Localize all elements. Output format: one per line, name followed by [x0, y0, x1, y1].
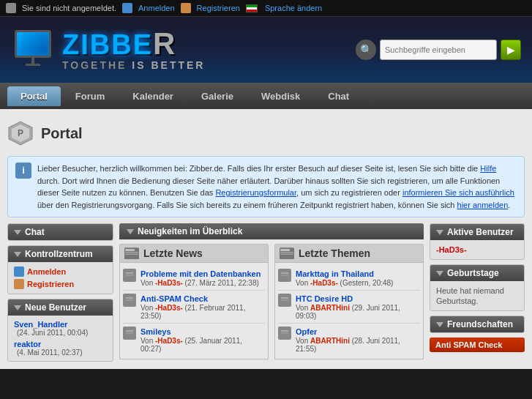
news-item-body-0: Probleme mit den Datenbanken Von -HaD3s-…: [141, 269, 265, 287]
not-logged-in-text: Sie sind nicht angemeldet.: [22, 4, 116, 12]
user-link-1[interactable]: reaktor: [14, 340, 107, 348]
registrieren-sidebar-link[interactable]: Registrieren: [27, 279, 74, 289]
nav-tab-portal[interactable]: Portal: [7, 86, 61, 106]
aktive-benutzer-triangle-icon: [436, 230, 443, 235]
news-item-1: Anti-SPAM Check Von -HaD3s- (21. Februar…: [123, 291, 265, 324]
logo-R-text: R: [153, 26, 176, 61]
aktive-benutzer-header: Aktive Benutzer: [430, 224, 524, 240]
anmelden-link[interactable]: hier anmelden: [457, 201, 509, 209]
nav-tab-kalender[interactable]: Kalender: [119, 86, 187, 106]
login-link[interactable]: Anmelden: [138, 4, 175, 12]
news-section-icon: [124, 247, 139, 259]
freundschaften-triangle-icon: [436, 322, 443, 327]
kontrollzentrum-header: Kontrollzentrum: [8, 246, 113, 262]
portal-icon: P: [7, 120, 34, 146]
anti-spam-panel: Anti SPAM Check: [430, 338, 525, 352]
news-item-meta-0: Von -HaD3s- (27. März 2011, 22:38): [141, 279, 265, 287]
themen-item-author-0[interactable]: -HaD3s-: [310, 279, 338, 287]
freundschaften-panel: Freundschaften: [430, 316, 525, 333]
hilfe-link[interactable]: Hilfe: [480, 164, 496, 173]
news-item-icon-2: [123, 327, 136, 340]
news-item-author-0[interactable]: -HaD3s-: [155, 279, 183, 287]
news-item-title-1: Anti-SPAM Check: [141, 294, 265, 304]
geburtstage-body: Heute hat niemand Geburtstag.: [430, 281, 524, 310]
themen-item-body-0: Markttag in Thailand Von -HaD3s- (Gester…: [296, 269, 420, 287]
monitor-stand: [31, 58, 34, 64]
news-item-link-2[interactable]: Smileys: [141, 327, 171, 336]
letzte-themen-title: Letzte Themen: [299, 247, 370, 259]
logo-area: ZIBBER TOGETHE IS BETTER: [11, 29, 205, 71]
themen-col: Letzte Themen Markttag in Thailand Von -…: [274, 244, 424, 359]
register-icon: [181, 3, 191, 13]
news-items-list: Probleme mit den Datenbanken Von -HaD3s-…: [119, 262, 269, 359]
themen-item-icon-2: [278, 327, 291, 340]
aktive-benutzer-label: Aktive Benutzer: [447, 227, 514, 237]
nav-tab-chat[interactable]: Chat: [315, 86, 362, 106]
news-themes: Letzte News Probleme mit den Datenbanken…: [119, 244, 424, 359]
news-item-body-2: Smileys Von -HaD3s- (25. Januar 2011, 00…: [141, 327, 265, 353]
neue-benutzer-triangle-icon: [14, 305, 21, 310]
anti-spam-label: Anti SPAM Check: [435, 340, 502, 349]
themen-item-icon-1: [278, 294, 291, 307]
reg-form-link[interactable]: Registrierungsformular: [215, 188, 296, 197]
news-item-link-0[interactable]: Probleme mit den Datenbanken: [141, 269, 261, 278]
themen-item-body-1: HTC Desire HD Von ABARTHini (29. Juni 20…: [296, 294, 420, 320]
flag-icon: [246, 4, 258, 12]
themen-item-link-1[interactable]: HTC Desire HD: [296, 294, 353, 303]
neue-benutzer-header: Neue Benutzer: [8, 299, 113, 316]
news-section-header: Letzte News: [119, 244, 269, 262]
themen-item-author-1[interactable]: ABARTHini: [310, 304, 350, 312]
news-item-author-2[interactable]: -HaD3s-: [155, 337, 183, 345]
logo-rest-text: IS BETTER: [127, 59, 205, 71]
monitor-icon: [11, 30, 55, 70]
nav-tab-galerie[interactable]: Galerie: [188, 86, 247, 106]
news-item-title-0: Probleme mit den Datenbanken: [141, 269, 265, 279]
info-box-text: Lieber Besucher, herzlich willkommen bei…: [37, 163, 517, 211]
active-user-link[interactable]: -HaD3s-: [436, 245, 467, 254]
svg-rect-6: [125, 253, 138, 254]
nav-tab-forum[interactable]: Forum: [62, 86, 118, 106]
login-icon: [122, 3, 132, 13]
overview-header-label: Neuigkeiten im Überblick: [138, 226, 242, 236]
themen-item-meta-2: Von ABARTHini (28. Juni 2011, 21:55): [296, 337, 420, 353]
geburtstage-panel: Geburtstage Heute hat niemand Geburtstag…: [430, 264, 525, 311]
inform-link[interactable]: informieren Sie sich ausführlich: [402, 188, 514, 197]
aktive-benutzer-body: -HaD3s-: [430, 240, 524, 259]
user-item-0: Sven_Handler (24. Juni 2011, 00:04): [14, 320, 107, 337]
themen-item-meta-1: Von ABARTHini (29. Juni 2011, 09:03): [296, 304, 420, 320]
geburtstage-triangle-icon: [436, 271, 443, 276]
themen-item-link-2[interactable]: Opfer: [296, 327, 317, 336]
chat-panel: Chat: [7, 223, 113, 241]
user-date-0: (24. Juni 2011, 00:04): [14, 329, 107, 337]
themen-item-1: HTC Desire HD Von ABARTHini (29. Juni 20…: [278, 291, 420, 324]
monitor-screen: [15, 30, 51, 58]
svg-rect-19: [280, 253, 293, 254]
search-button[interactable]: ▶: [501, 40, 521, 60]
birthday-text: Heute hat niemand Geburtstag.: [436, 286, 504, 305]
themen-item-link-0[interactable]: Markttag in Thailand: [296, 269, 374, 278]
news-item-link-1[interactable]: Anti-SPAM Check: [141, 294, 208, 303]
anmelden-sidebar-link[interactable]: Anmelden: [27, 266, 66, 277]
language-link[interactable]: Sprache ändern: [265, 4, 322, 12]
registrieren-icon: [14, 279, 24, 289]
logo-main-text: ZIBBE: [62, 29, 153, 60]
page-title-bar: P Portal: [7, 116, 525, 150]
nav-tab-webdisk[interactable]: Webdisk: [248, 86, 313, 106]
info-box-icon: i: [15, 163, 31, 179]
themen-item-icon-0: [278, 269, 291, 282]
themen-item-title-1: HTC Desire HD: [296, 294, 420, 304]
left-sidebar: Chat Kontrollzentrum Anmelden Registri: [7, 223, 113, 362]
middle-content: Neuigkeiten im Überblick Letzte News: [119, 223, 424, 362]
user-item-1: reaktor (4. Mai 2011, 02:37): [14, 340, 107, 357]
news-item-icon-0: [123, 269, 136, 282]
news-item-author-1[interactable]: -HaD3s-: [155, 304, 183, 312]
search-input[interactable]: [380, 40, 497, 60]
themen-item-title-2: Opfer: [296, 327, 420, 337]
user-link-0[interactable]: Sven_Handler: [14, 320, 107, 329]
themen-item-author-2[interactable]: ABARTHini: [310, 337, 350, 345]
news-item-title-2: Smileys: [141, 327, 265, 337]
register-link[interactable]: Registrieren: [197, 4, 240, 12]
svg-rect-5: [125, 252, 138, 253]
freundschaften-header: Freundschaften: [430, 316, 524, 332]
right-sidebar: Aktive Benutzer -HaD3s- Geburtstage Heut…: [430, 223, 525, 362]
